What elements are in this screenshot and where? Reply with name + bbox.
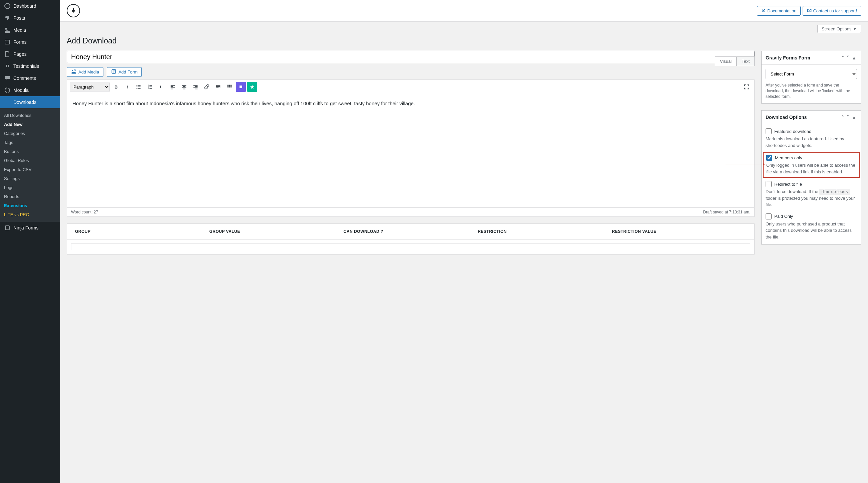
align-center-icon[interactable] <box>179 82 189 92</box>
submenu-tags[interactable]: Tags <box>0 138 60 147</box>
collapse-icon[interactable]: ▲ <box>851 54 857 61</box>
redirect-file-option[interactable]: Redirect to file <box>766 181 857 187</box>
quote-icon <box>4 63 11 69</box>
submenu-lite-pro[interactable]: LITE vs PRO <box>0 210 60 219</box>
submenu-extensions[interactable]: Extensions <box>0 201 60 210</box>
menu-media[interactable]: Media <box>0 24 60 36</box>
documentation-button[interactable]: Documentation <box>757 6 801 16</box>
submenu-categories[interactable]: Categories <box>0 129 60 138</box>
menu-testimonials[interactable]: Testimonials <box>0 60 60 72</box>
menu-label: Forms <box>13 39 27 45</box>
mail-icon <box>807 8 812 14</box>
members-only-option[interactable]: Members only <box>766 155 856 161</box>
pin-icon <box>4 15 11 21</box>
option-description: Don't force download. If the dlm_uploads… <box>766 189 857 208</box>
menu-downloads[interactable]: Downloads <box>0 96 60 108</box>
page-icon <box>4 51 11 57</box>
menu-posts[interactable]: Posts <box>0 12 60 24</box>
col-restriction: RESTRICTION <box>478 229 612 234</box>
table-row <box>67 239 754 254</box>
annotation-arrow-icon <box>725 164 766 164</box>
screen-options-button[interactable]: Screen Options ▼ <box>817 25 861 33</box>
collapse-icon[interactable]: ▲ <box>851 114 857 121</box>
svg-rect-18 <box>229 86 230 87</box>
paid-only-option[interactable]: Paid Only <box>766 214 857 220</box>
menu-dashboard[interactable]: Dashboard <box>0 0 60 12</box>
draft-saved-time: Draft saved at 7:13:31 am. <box>703 210 750 215</box>
menu-label: Ninja Forms <box>13 225 38 230</box>
panel-download-options: Download Options ˄ ˅ ▲ Feat <box>761 110 861 245</box>
menu-label: Dashboard <box>13 3 36 9</box>
option-description: Only users who purchased a product that … <box>766 221 857 240</box>
plugin-logo-icon <box>67 4 80 17</box>
fullscreen-icon[interactable] <box>742 82 751 92</box>
page-title: Add Download <box>67 36 861 46</box>
menu-label: Comments <box>13 76 36 81</box>
move-up-icon[interactable]: ˄ <box>841 114 845 121</box>
access-rules-table: GROUP GROUP VALUE CAN DOWNLOAD ? RESTRIC… <box>67 224 754 255</box>
forms-icon <box>4 39 11 46</box>
editor-toolbar: Paragraph B I 123 <box>67 80 754 94</box>
editor-content[interactable]: Honey Hunter is a short film about Indon… <box>67 94 754 208</box>
link-icon[interactable] <box>202 82 212 92</box>
submenu-all-downloads[interactable]: All Downloads <box>0 111 60 120</box>
menu-ninja-forms[interactable]: Ninja Forms <box>0 222 60 234</box>
option-label: Members only <box>775 155 802 160</box>
submenu-add-new[interactable]: Add New <box>0 120 60 129</box>
move-up-icon[interactable]: ˄ <box>841 54 845 61</box>
add-form-button[interactable]: Add Form <box>107 67 142 77</box>
italic-icon[interactable]: I <box>122 82 132 92</box>
submenu-global-rules[interactable]: Global Rules <box>0 156 60 165</box>
numbered-list-icon[interactable]: 123 <box>145 82 155 92</box>
align-right-icon[interactable] <box>190 82 200 92</box>
col-group-value: GROUP VALUE <box>209 229 343 234</box>
modula-insert-icon[interactable] <box>236 82 246 92</box>
format-select[interactable]: Paragraph <box>70 83 110 91</box>
gravity-help-text: After you've selected a form and save th… <box>766 83 857 99</box>
shortcode-insert-icon[interactable] <box>247 82 257 92</box>
add-media-button[interactable]: Add Media <box>67 67 103 77</box>
toolbar-toggle-icon[interactable] <box>224 82 235 92</box>
contact-support-button[interactable]: Contact us for support! <box>803 6 861 16</box>
form-icon <box>111 69 117 75</box>
submenu-reports[interactable]: Reports <box>0 192 60 201</box>
redirect-checkbox[interactable] <box>766 181 772 187</box>
submenu-export-csv[interactable]: Export to CSV <box>0 165 60 174</box>
col-can-download: CAN DOWNLOAD ? <box>344 229 478 234</box>
ninja-icon <box>4 224 11 231</box>
option-description: Only logged in users will be able to acc… <box>766 162 856 175</box>
blockquote-icon[interactable] <box>156 82 166 92</box>
svg-text:3: 3 <box>148 87 149 89</box>
gravity-form-select[interactable]: Select Form <box>766 69 857 79</box>
menu-pages[interactable]: Pages <box>0 48 60 60</box>
menu-modula[interactable]: Modula <box>0 84 60 96</box>
menu-comments[interactable]: Comments <box>0 72 60 84</box>
align-left-icon[interactable] <box>168 82 178 92</box>
submenu-logs[interactable]: Logs <box>0 183 60 192</box>
bold-icon[interactable]: B <box>111 82 121 92</box>
menu-forms[interactable]: Forms <box>0 36 60 48</box>
svg-point-6 <box>74 69 76 71</box>
comment-icon <box>4 75 11 82</box>
option-label: Paid Only <box>774 214 793 219</box>
featured-checkbox[interactable] <box>766 128 772 134</box>
featured-download-option[interactable]: Featured download <box>766 128 857 134</box>
members-only-checkbox[interactable] <box>766 155 772 161</box>
editor-status-bar: Word count: 27 Draft saved at 7:13:31 am… <box>67 208 754 217</box>
bullet-list-icon[interactable] <box>134 82 144 92</box>
submenu-settings[interactable]: Settings <box>0 174 60 183</box>
menu-label: Testimonials <box>13 63 39 69</box>
panel-title: Gravity Forms Form <box>766 55 810 60</box>
panel-title: Download Options <box>766 115 807 120</box>
topbar: Documentation Contact us for support! <box>60 0 868 22</box>
submenu-buttons[interactable]: Buttons <box>0 147 60 156</box>
word-count: Word count: 27 <box>71 210 98 215</box>
tab-text[interactable]: Text <box>737 56 754 66</box>
tab-visual[interactable]: Visual <box>715 56 737 66</box>
download-title-input[interactable] <box>67 51 754 63</box>
move-down-icon[interactable]: ˅ <box>846 54 850 61</box>
read-more-icon[interactable] <box>213 82 223 92</box>
move-down-icon[interactable]: ˅ <box>846 114 850 121</box>
menu-label: Modula <box>13 87 29 93</box>
paid-only-checkbox[interactable] <box>766 214 772 220</box>
